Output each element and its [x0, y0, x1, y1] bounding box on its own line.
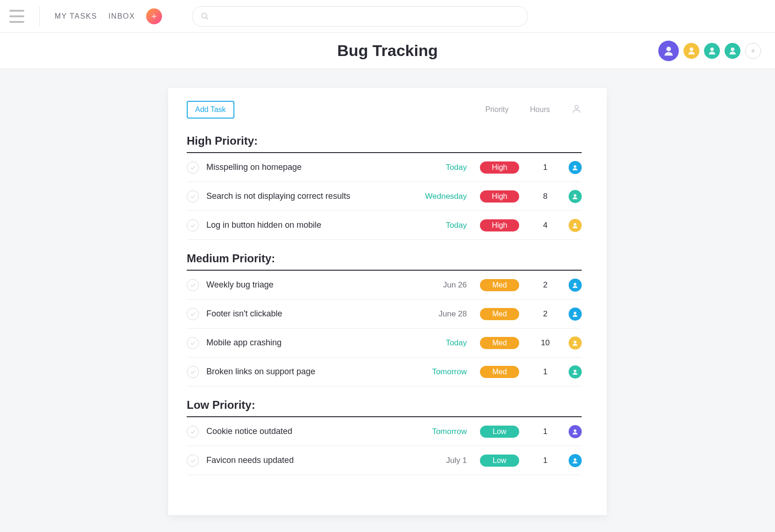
task-date: Today [406, 221, 467, 230]
nav-inbox[interactable]: INBOX [108, 12, 135, 21]
task-assignee[interactable] [558, 308, 582, 321]
section: Medium Priority:Weekly bug triageJun 26M… [187, 252, 582, 386]
task-row[interactable]: Search is not displaying correct results… [187, 182, 582, 211]
priority-pill: Med [480, 308, 519, 320]
task-assignee[interactable] [558, 336, 582, 350]
svg-point-13 [574, 312, 577, 315]
task-hours: 8 [532, 192, 558, 201]
task-priority: Med [467, 366, 532, 378]
task-row[interactable]: Misspelling on homepageTodayHigh1 [187, 153, 582, 182]
assignee-icon [571, 104, 582, 116]
priority-pill: Med [480, 366, 519, 378]
complete-checkbox[interactable] [187, 308, 199, 320]
task-title: Cookie notice outdated [206, 427, 406, 436]
svg-point-0 [202, 13, 207, 18]
topbar: MY TASKS INBOX [0, 0, 775, 33]
task-assignee[interactable] [558, 190, 582, 203]
complete-checkbox[interactable] [187, 279, 199, 291]
member-avatar[interactable] [725, 43, 740, 59]
task-date: June 28 [406, 309, 467, 319]
global-add-button[interactable] [146, 8, 162, 24]
svg-point-14 [574, 341, 577, 343]
complete-checkbox[interactable] [187, 190, 199, 203]
priority-pill: Low [480, 455, 519, 467]
complete-checkbox[interactable] [187, 337, 199, 349]
task-date: Wednesday [406, 192, 467, 201]
task-title: Weekly bug triage [206, 280, 406, 290]
svg-point-12 [574, 283, 577, 286]
search-box[interactable] [192, 6, 528, 27]
task-title: Broken links on support page [206, 367, 406, 377]
titlebar: Bug Tracking [0, 33, 775, 69]
task-assignee[interactable] [558, 161, 582, 174]
task-assignee[interactable] [558, 425, 582, 438]
task-card: Add Task Priority Hours High Priority:Mi… [168, 88, 607, 515]
task-row[interactable]: Favicon needs updatedJuly 1Low1 [187, 446, 582, 475]
task-title: Log in button hidden on mobile [206, 220, 406, 230]
section-title: High Priority: [187, 134, 582, 153]
member-avatar[interactable] [683, 43, 699, 59]
task-row[interactable]: Footer isn't clickableJune 28Med2 [187, 300, 582, 329]
svg-point-2 [666, 47, 671, 51]
task-hours: 2 [532, 280, 558, 290]
search-input[interactable] [215, 12, 519, 20]
priority-pill: High [480, 219, 519, 231]
plus-icon [150, 13, 158, 20]
section-title: Low Priority: [187, 399, 582, 417]
task-title: Favicon needs updated [206, 455, 406, 465]
task-assignee[interactable] [558, 365, 582, 378]
task-hours: 2 [532, 309, 558, 319]
complete-checkbox[interactable] [187, 366, 199, 378]
svg-point-5 [731, 48, 734, 51]
task-row[interactable]: Weekly bug triageJun 26Med2 [187, 271, 582, 300]
task-row[interactable]: Broken links on support pageTomorrowMed1 [187, 357, 582, 386]
task-hours: 1 [532, 456, 558, 465]
assignee-avatar [569, 365, 582, 378]
add-member-button[interactable] [745, 43, 761, 59]
task-title: Search is not displaying correct results [206, 191, 406, 201]
task-title: Mobile app crashing [206, 338, 406, 348]
task-assignee[interactable] [558, 219, 582, 232]
priority-pill: Med [480, 337, 519, 349]
card-header: Add Task Priority Hours [187, 101, 582, 119]
complete-checkbox[interactable] [187, 455, 199, 467]
task-assignee[interactable] [558, 279, 582, 292]
task-hours: 1 [532, 367, 558, 377]
menu-icon[interactable] [9, 10, 24, 23]
workspace: Add Task Priority Hours High Priority:Mi… [0, 69, 775, 532]
section: High Priority:Misspelling on homepageTod… [187, 134, 582, 240]
priority-pill: Low [480, 426, 519, 438]
column-labels: Priority Hours [486, 104, 582, 116]
task-row[interactable]: Log in button hidden on mobileTodayHigh4 [187, 211, 582, 240]
assignee-avatar [569, 454, 582, 467]
complete-checkbox[interactable] [187, 161, 199, 174]
col-priority-label: Priority [486, 105, 509, 114]
member-avatar[interactable] [658, 41, 679, 61]
section: Low Priority:Cookie notice outdatedTomor… [187, 399, 582, 475]
task-hours: 1 [532, 163, 558, 172]
task-hours: 1 [532, 427, 558, 436]
nav-my-tasks[interactable]: MY TASKS [55, 12, 97, 21]
task-date: Tomorrow [406, 427, 467, 436]
task-row[interactable]: Cookie notice outdatedTomorrowLow1 [187, 417, 582, 446]
priority-pill: High [480, 190, 519, 203]
priority-pill: Med [480, 279, 519, 291]
task-row[interactable]: Mobile app crashingTodayMed10 [187, 329, 582, 357]
project-members [658, 41, 761, 61]
assignee-avatar [569, 336, 582, 350]
add-task-button[interactable]: Add Task [187, 101, 234, 119]
member-avatar[interactable] [704, 43, 720, 59]
task-date: Today [406, 163, 467, 172]
svg-line-1 [206, 17, 209, 20]
svg-point-15 [574, 370, 577, 372]
task-assignee[interactable] [558, 454, 582, 467]
complete-checkbox[interactable] [187, 219, 199, 231]
divider [39, 6, 40, 27]
task-hours: 4 [532, 221, 558, 230]
task-priority: Med [467, 279, 532, 291]
col-hours-label: Hours [530, 105, 550, 114]
complete-checkbox[interactable] [187, 426, 199, 438]
assignee-avatar [569, 161, 582, 174]
assignee-avatar [569, 190, 582, 203]
assignee-avatar [569, 425, 582, 438]
